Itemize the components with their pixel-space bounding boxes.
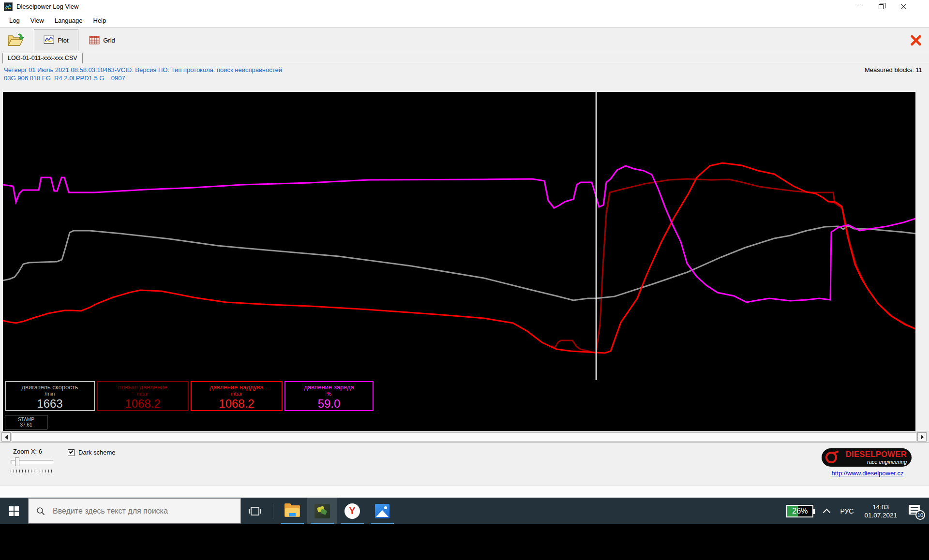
legend-boost-pressure-actual[interactable]: давление наддува mbar 1068.2 xyxy=(191,381,283,411)
windows-logo-icon xyxy=(9,506,19,516)
plot-horizontal-scrollbar[interactable] xyxy=(0,431,929,442)
footer-panel: Zoom X: 6 Dark scheme DIESELPOWER race e… xyxy=(0,442,929,485)
dark-scheme-label: Dark scheme xyxy=(78,449,116,456)
language-indicator[interactable]: РУС xyxy=(840,507,854,515)
zoom-x-label: Zoom X: 6 xyxy=(13,448,42,455)
plot-tab-button[interactable]: Plot xyxy=(34,29,78,51)
stamp-label: STAMP xyxy=(5,417,47,422)
menu-view[interactable]: View xyxy=(25,15,49,26)
grid-tab-button[interactable]: Grid xyxy=(82,29,122,51)
logo-title: DIESELPOWER xyxy=(837,450,907,458)
taskbar-separator xyxy=(273,503,273,519)
menu-log[interactable]: Log xyxy=(4,15,25,26)
arrow-left-icon xyxy=(5,435,8,440)
log-info-line2: 03G 906 018 FG R4 2.0l PPD1.5 G 0907 xyxy=(4,74,125,82)
red-x-icon xyxy=(910,34,922,46)
tray-expand-chevron-icon[interactable] xyxy=(823,508,831,516)
system-tray: 26% РУС 14:03 01.07.2021 10 xyxy=(786,503,929,519)
tab-log-csv[interactable]: LOG-01-011-xxx-xxx.CSV xyxy=(2,53,83,63)
battery-indicator[interactable]: 26% xyxy=(786,505,813,517)
menu-bar: Log View Language Help xyxy=(0,14,929,27)
grid-button-label: Grid xyxy=(103,37,115,44)
arrow-right-icon xyxy=(921,435,924,440)
window-bottom-strip xyxy=(0,485,929,498)
dieselpower-app-icon xyxy=(315,504,330,518)
legend-unit: mbar xyxy=(192,391,282,397)
screen: { "window": { "title": "Dieselpower Log … xyxy=(0,0,929,560)
open-folder-icon xyxy=(7,33,24,47)
battery-nub xyxy=(813,509,815,514)
tab-strip: LOG-01-011-xxx-xxx.CSV xyxy=(0,52,929,63)
turbo-icon xyxy=(825,452,837,463)
title-bar: Dieselpower Log View xyxy=(0,0,929,14)
measured-blocks-label: Measured blocks: 11 xyxy=(865,66,922,74)
series-двигатель скорость (/min) xyxy=(3,226,915,300)
legend-value: 1068.2 xyxy=(192,397,282,411)
task-view-button[interactable] xyxy=(241,498,269,524)
legend-value: 1068.2 xyxy=(98,397,188,411)
legend-engine-speed[interactable]: двигатель скорость /min 1663 xyxy=(5,381,95,411)
app-window-icon xyxy=(4,2,13,11)
yandex-browser-icon: Y xyxy=(345,503,360,519)
window-title: Dieselpower Log View xyxy=(16,3,78,10)
search-icon xyxy=(36,507,45,516)
scroll-right-button[interactable] xyxy=(917,432,927,442)
action-center-button[interactable]: 10 xyxy=(908,504,922,518)
taskbar-photos-app[interactable] xyxy=(367,498,397,524)
close-button[interactable] xyxy=(892,0,914,14)
dieselpower-link[interactable]: http://www.dieselpower.cz xyxy=(824,470,912,477)
legend-boost-pressure-spec[interactable]: повыш давление mbar 1068.2 xyxy=(97,381,189,411)
legend-title: давление заряда xyxy=(285,383,373,391)
minimize-button[interactable] xyxy=(848,0,870,14)
legend-charge-pressure[interactable]: давление заряда % 59.0 xyxy=(285,381,374,411)
plot-area-wrap: двигатель скорость /min 1663 повыш давле… xyxy=(0,92,929,431)
toolbar: Plot Grid xyxy=(0,27,929,52)
log-plot[interactable]: двигатель скорость /min 1663 повыш давле… xyxy=(3,92,915,431)
dieselpower-logo: DIESELPOWER race engineering xyxy=(822,448,912,467)
stamp-box: STAMP 37.61 xyxy=(5,415,47,429)
legend-value: 59.0 xyxy=(285,397,373,411)
legend-unit: /min xyxy=(6,391,94,397)
minimize-icon xyxy=(856,7,862,7)
taskbar-search[interactable] xyxy=(28,498,241,524)
taskbar-file-explorer[interactable] xyxy=(277,498,307,524)
close-icon xyxy=(900,4,906,10)
scrollbar-thumb[interactable] xyxy=(12,432,916,442)
zoom-slider-thumb[interactable] xyxy=(15,457,19,466)
scroll-left-button[interactable] xyxy=(1,432,11,442)
restore-button[interactable] xyxy=(870,0,892,14)
notification-badge: 10 xyxy=(915,510,925,520)
series-давление наддува (mbar) xyxy=(3,163,915,353)
plot-button-label: Plot xyxy=(58,37,68,44)
log-header-info: Четверг 01 Июль 2021 08:58:03:10463-VCID… xyxy=(0,63,929,92)
taskbar-dieselpower-app[interactable] xyxy=(307,498,337,524)
legend-unit: % xyxy=(285,391,373,397)
battery-percent: 26% xyxy=(792,507,808,516)
clock-date: 01.07.2021 xyxy=(864,511,897,519)
close-log-button[interactable] xyxy=(907,31,925,49)
menu-language[interactable]: Language xyxy=(49,15,88,26)
task-view-icon xyxy=(249,505,261,517)
legend-value: 1663 xyxy=(6,397,94,411)
series-повыш давление (mbar) xyxy=(552,179,915,353)
menu-help[interactable]: Help xyxy=(88,15,112,26)
restore-icon xyxy=(879,4,884,9)
open-log-button[interactable] xyxy=(4,29,27,51)
screen-bottom-black xyxy=(0,524,929,560)
legend-unit: mbar xyxy=(98,391,188,397)
taskbar-yandex-browser[interactable]: Y xyxy=(337,498,367,524)
windows-taskbar: Y 26% РУС 14:03 01.07.2021 10 xyxy=(0,498,929,524)
file-explorer-icon xyxy=(285,505,300,517)
logo-text: DIESELPOWER race engineering xyxy=(837,450,907,465)
start-button[interactable] xyxy=(0,498,28,524)
search-input[interactable] xyxy=(52,506,226,516)
plot-icon xyxy=(44,35,54,45)
photos-app-icon xyxy=(375,504,390,518)
dark-scheme-checkbox[interactable] xyxy=(68,449,75,456)
plot-canvas[interactable] xyxy=(3,92,915,431)
series-давление заряда (%) xyxy=(3,166,915,302)
legend-title: давление наддува xyxy=(192,383,282,391)
taskbar-clock[interactable]: 14:03 01.07.2021 xyxy=(864,503,897,519)
grid-icon xyxy=(89,35,100,45)
log-info-line1: Четверг 01 Июль 2021 08:58:03:10463-VCID… xyxy=(4,66,282,74)
